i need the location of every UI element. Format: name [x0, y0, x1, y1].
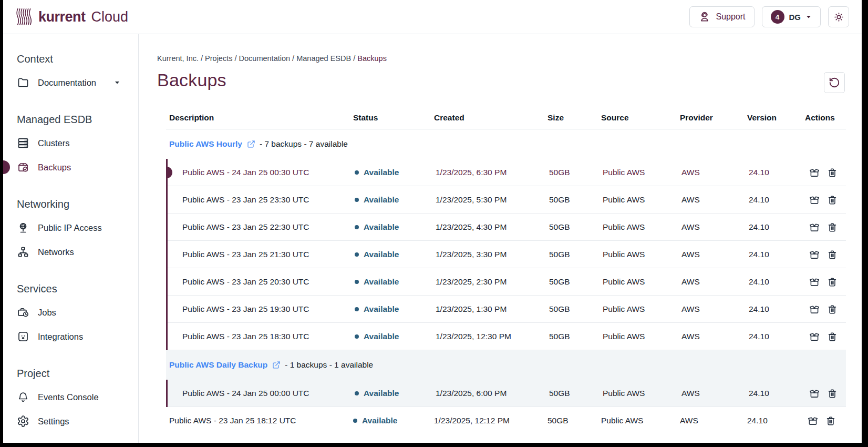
breadcrumb-item-kurrent-inc[interactable]: Kurrent, Inc.: [157, 54, 199, 63]
restore-backup-button[interactable]: [809, 388, 820, 399]
trash-icon: [826, 388, 838, 399]
trash-icon: [826, 194, 838, 206]
table-row[interactable]: Public AWS - 23 Jan 25 23:30 UTCAvailabl…: [168, 186, 846, 214]
sidebar-item-documentation[interactable]: Documentation: [17, 70, 131, 95]
status-dot: [355, 170, 359, 175]
restore-backup-button[interactable]: [809, 221, 820, 233]
delete-backup-button[interactable]: [826, 388, 838, 399]
delete-backup-button[interactable]: [826, 303, 838, 315]
backup-status: Available: [352, 277, 432, 287]
sidebar-item-backups[interactable]: Backups: [17, 155, 131, 179]
table-row[interactable]: Public AWS - 23 Jan 25 19:30 UTCAvailabl…: [168, 296, 846, 323]
breadcrumb-item-backups: Backups: [357, 54, 387, 63]
sidebar-item-label: Events Console: [38, 392, 99, 402]
breadcrumb-item-managed-esdb[interactable]: Managed ESDB: [296, 54, 351, 63]
breadcrumb-item-projects[interactable]: Projects: [205, 54, 232, 63]
backup-created: 1/23/2025, 2:30 PM: [432, 277, 546, 287]
backup-description: Public AWS - 24 Jan 25 00:00 UTC: [168, 389, 352, 398]
backup-size: 50GB: [546, 389, 600, 398]
restore-backup-button[interactable]: [809, 276, 820, 288]
restore-backup-button[interactable]: [809, 194, 820, 206]
group-name-link[interactable]: Public AWS Daily Backup: [169, 360, 267, 370]
sidebar-item-public-ip-access[interactable]: Public IP Access: [17, 216, 131, 240]
delete-backup-button[interactable]: [826, 167, 838, 178]
status-dot: [355, 252, 359, 257]
sidebar-item-events-console[interactable]: Events Console: [17, 385, 131, 409]
table-row[interactable]: Public AWS - 23 Jan 25 18:12 UTCAvailabl…: [166, 407, 846, 434]
backup-size: 50GB: [546, 222, 600, 232]
theme-toggle-button[interactable]: [828, 6, 849, 27]
status-dot: [355, 280, 359, 284]
backup-size: 50GB: [546, 332, 600, 341]
backup-actions: [803, 194, 846, 206]
backup-actions: [803, 249, 846, 260]
status-label: Available: [364, 332, 399, 341]
backup-source: Public AWS: [600, 277, 678, 287]
sidebar-section-managed-esdb: Managed ESDBClustersBackups: [17, 114, 131, 179]
delete-backup-button[interactable]: [825, 415, 836, 426]
backup-status: Available: [352, 332, 432, 341]
restore-backup-button[interactable]: [809, 331, 820, 342]
restore-backup-button[interactable]: [807, 415, 819, 426]
bell-icon: [17, 391, 29, 403]
support-label: Support: [716, 12, 745, 22]
backup-source: Public AWS: [600, 168, 678, 177]
table-body: Public AWS Hourly- 7 backups - 7 availab…: [166, 129, 846, 434]
delete-backup-button[interactable]: [826, 221, 838, 233]
caret-down-icon: [114, 79, 120, 86]
group-name-link[interactable]: Public AWS Hourly: [169, 139, 242, 149]
support-button[interactable]: Support: [689, 6, 754, 27]
open-box-icon: [809, 249, 820, 260]
status-dot: [355, 391, 359, 395]
external-link-icon[interactable]: [247, 140, 255, 148]
backup-size: 50GB: [546, 277, 600, 287]
status-label: Available: [364, 222, 399, 232]
refresh-button[interactable]: [824, 72, 845, 93]
external-link-icon[interactable]: [272, 361, 281, 369]
user-menu-button[interactable]: 4 DG: [762, 6, 821, 27]
sidebar-item-jobs[interactable]: Jobs: [17, 300, 131, 324]
open-box-icon: [809, 194, 820, 206]
table-row[interactable]: Public AWS - 24 Jan 25 00:30 UTCAvailabl…: [168, 159, 846, 186]
status-label: Available: [362, 416, 398, 425]
backup-created: 1/23/2025, 3:30 PM: [432, 250, 546, 259]
backup-actions: [803, 331, 846, 342]
sidebar-item-label: Clusters: [38, 138, 70, 148]
trash-icon: [825, 415, 836, 426]
backups-table: DescriptionStatusCreatedSizeSourceProvid…: [166, 106, 846, 434]
backup-actions: [802, 415, 846, 426]
table-row[interactable]: Public AWS - 24 Jan 25 00:00 UTCAvailabl…: [168, 380, 846, 407]
delete-backup-button[interactable]: [826, 331, 838, 342]
sidebar-item-integrations[interactable]: Integrations: [17, 324, 131, 349]
delete-backup-button[interactable]: [826, 249, 838, 260]
sidebar-item-networks[interactable]: Networks: [17, 240, 131, 264]
backup-provider: AWS: [678, 389, 746, 398]
backup-version: 24.10: [746, 304, 803, 314]
status-dot: [353, 419, 357, 423]
table-row[interactable]: Public AWS - 23 Jan 25 21:30 UTCAvailabl…: [168, 241, 846, 268]
restore-backup-button[interactable]: [809, 249, 820, 260]
restore-backup-button[interactable]: [809, 167, 820, 178]
clusters-icon: [17, 137, 29, 149]
table-row[interactable]: Public AWS - 23 Jan 25 20:30 UTCAvailabl…: [168, 268, 846, 296]
sidebar-item-clusters[interactable]: Clusters: [17, 131, 131, 155]
column-header-description: Description: [166, 113, 350, 123]
table-row[interactable]: Public AWS - 23 Jan 25 18:30 UTCAvailabl…: [168, 323, 846, 350]
trash-icon: [826, 167, 838, 178]
delete-backup-button[interactable]: [826, 276, 838, 288]
backup-actions: [803, 221, 846, 233]
outlet-icon: [17, 330, 29, 343]
delete-backup-button[interactable]: [826, 194, 838, 206]
backup-provider: AWS: [678, 195, 746, 205]
sidebar-item-settings[interactable]: Settings: [17, 409, 131, 433]
backup-provider: AWS: [678, 222, 746, 232]
restore-backup-button[interactable]: [809, 303, 820, 315]
open-box-icon: [807, 415, 819, 426]
breadcrumb-item-documentation[interactable]: Documentation: [239, 54, 291, 63]
brand-logo[interactable]: kurrent Cloud: [16, 7, 128, 26]
sidebar-item-label: Jobs: [38, 308, 56, 318]
backup-actions: [803, 167, 846, 178]
table-row[interactable]: Public AWS - 23 Jan 25 22:30 UTCAvailabl…: [168, 214, 846, 241]
trash-icon: [826, 276, 838, 288]
status-dot: [355, 307, 359, 311]
